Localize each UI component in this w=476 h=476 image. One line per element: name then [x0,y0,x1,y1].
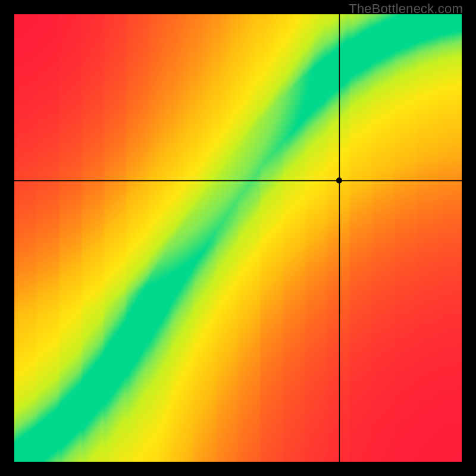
heatmap-canvas [14,14,462,462]
chart-container: TheBottleneck.com [0,0,476,476]
heatmap-chart [14,14,462,462]
